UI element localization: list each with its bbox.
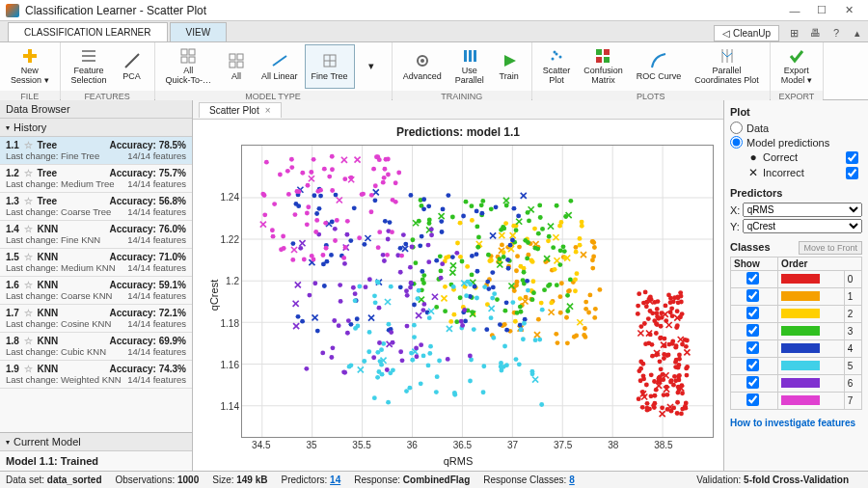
model-predictions-radio[interactable]: Model predictions — [730, 136, 862, 149]
class-show-checkbox[interactable] — [746, 359, 759, 371]
svg-point-609 — [375, 375, 380, 380]
class-row[interactable]: 2 — [731, 306, 862, 323]
response-classes-link[interactable]: 8 — [569, 474, 575, 485]
svg-point-489 — [421, 281, 426, 285]
svg-point-408 — [540, 227, 545, 231]
collapse-ribbon-icon[interactable]: ▴ — [849, 24, 866, 41]
svg-point-534 — [484, 327, 489, 332]
history-item[interactable]: 1.7 ☆ KNNAccuracy: 72.1%Last change: Cos… — [0, 305, 192, 333]
tab-view[interactable]: VIEW — [170, 22, 228, 41]
svg-point-724 — [342, 261, 347, 266]
svg-point-817 — [373, 183, 378, 188]
svg-point-791 — [292, 212, 297, 217]
svg-point-311 — [546, 238, 551, 243]
svg-point-247 — [515, 254, 520, 258]
svg-point-363 — [578, 236, 583, 241]
svg-point-538 — [352, 205, 357, 210]
help-icon[interactable]: ? — [827, 24, 845, 41]
svg-point-140 — [685, 339, 690, 343]
class-show-checkbox[interactable] — [746, 272, 759, 285]
pca-button[interactable]: PCA — [114, 44, 150, 89]
all-linear-button[interactable]: All Linear — [255, 44, 305, 89]
document-tab-scatter[interactable]: Scatter Plot× — [199, 102, 282, 118]
class-row[interactable]: 3 — [731, 323, 862, 340]
history-item[interactable]: 1.6 ☆ KNNAccuracy: 59.1%Last change: Coa… — [0, 277, 192, 305]
status-bar: Data set: data_sorted Observations: 1000… — [0, 471, 868, 488]
svg-point-346 — [574, 250, 579, 255]
svg-point-214 — [669, 306, 674, 311]
current-model-header[interactable]: ▾Current Model — [0, 433, 192, 451]
svg-point-643 — [353, 326, 358, 331]
feature-selection-button[interactable]: Feature Selection — [65, 44, 114, 89]
export-model-button[interactable]: Export Model ▾ — [774, 44, 819, 89]
history-item[interactable]: 1.4 ☆ KNNAccuracy: 76.0%Last change: Fin… — [0, 221, 192, 249]
layout-icon[interactable]: ⊞ — [785, 24, 802, 41]
parallel-coords-button[interactable]: Parallel Coordinates Plot — [688, 44, 766, 89]
class-row[interactable]: 4 — [731, 340, 862, 358]
data-radio[interactable]: Data — [730, 122, 862, 134]
svg-point-580 — [512, 206, 517, 211]
svg-point-537 — [506, 266, 511, 271]
history-item[interactable]: 1.5 ☆ KNNAccuracy: 71.0%Last change: Med… — [0, 249, 192, 277]
svg-point-434 — [475, 224, 479, 229]
svg-point-685 — [475, 296, 479, 301]
svg-point-778 — [322, 167, 327, 172]
svg-point-635 — [426, 363, 431, 367]
class-show-checkbox[interactable] — [746, 307, 759, 319]
svg-point-494 — [525, 279, 529, 284]
class-show-checkbox[interactable] — [746, 393, 759, 406]
train-button[interactable]: Train — [491, 44, 528, 89]
class-show-checkbox[interactable] — [746, 324, 759, 337]
class-show-checkbox[interactable] — [746, 341, 759, 354]
incorrect-checkbox[interactable]: ✕Incorrect — [744, 166, 862, 179]
model-dropdown[interactable]: ▾ — [355, 44, 388, 89]
class-row[interactable]: 0 — [731, 271, 862, 288]
all-button[interactable]: All — [218, 44, 255, 89]
data-browser-header: Data Browser — [0, 100, 192, 119]
svg-point-582 — [475, 209, 479, 214]
svg-point-647 — [372, 293, 377, 298]
svg-point-280 — [590, 258, 595, 262]
history-item[interactable]: 1.1 ☆ TreeAccuracy: 78.5%Last change: Fi… — [0, 137, 192, 165]
maximize-button[interactable]: ☐ — [808, 2, 835, 19]
svg-point-293 — [591, 240, 596, 245]
move-to-front-button[interactable]: Move to Front — [799, 241, 862, 255]
svg-point-454 — [504, 203, 509, 208]
confusion-matrix-button[interactable]: Confusion Matrix — [577, 44, 630, 89]
print-icon[interactable]: 🖶 — [806, 24, 824, 41]
history-item[interactable]: 1.2 ☆ TreeAccuracy: 75.7%Last change: Me… — [0, 165, 192, 193]
svg-point-797 — [320, 253, 325, 258]
class-row[interactable]: 6 — [731, 375, 862, 393]
roc-curve-button[interactable]: ROC Curve — [630, 44, 689, 89]
class-row[interactable]: 7 — [731, 393, 862, 410]
cleanup-button[interactable]: ◁ CleanUp — [714, 25, 779, 41]
svg-point-746 — [329, 355, 334, 360]
x-predictor-select[interactable]: qRMS — [743, 203, 862, 217]
correct-checkbox[interactable]: ●Correct — [744, 150, 862, 164]
svg-point-253 — [583, 326, 587, 331]
all-quick-button[interactable]: All Quick-To-… — [159, 44, 219, 89]
tab-classification-learner[interactable]: CLASSIFICATION LEARNER — [8, 22, 168, 41]
scatter-plot-button[interactable]: Scatter Plot — [536, 44, 578, 89]
minimize-button[interactable]: — — [781, 2, 808, 19]
history-header[interactable]: ▾History — [0, 119, 192, 137]
history-item[interactable]: 1.3 ☆ TreeAccuracy: 56.8%Last change: Co… — [0, 193, 192, 221]
class-row[interactable]: 1 — [731, 288, 862, 306]
advanced-button[interactable]: Advanced — [396, 44, 448, 89]
fine-tree-button[interactable]: Fine Tree — [305, 44, 355, 89]
class-show-checkbox[interactable] — [746, 376, 759, 389]
history-item[interactable]: 1.8 ☆ KNNAccuracy: 69.9%Last change: Cub… — [0, 333, 192, 361]
predictors-link[interactable]: 14 — [330, 474, 340, 485]
use-parallel-button[interactable]: Use Parallel — [448, 44, 491, 89]
new-session-button[interactable]: New Session ▾ — [4, 44, 56, 89]
how-to-investigate-link[interactable]: How to investigate features — [730, 418, 862, 428]
y-predictor-select[interactable]: qCrest — [743, 219, 862, 233]
svg-point-535 — [312, 193, 316, 198]
history-item[interactable]: 1.9 ☆ KNNAccuracy: 74.3%Last change: Wei… — [0, 361, 192, 389]
svg-point-585 — [504, 300, 509, 305]
close-button[interactable]: ✕ — [835, 2, 862, 19]
scatter-axes[interactable] — [241, 145, 714, 438]
class-show-checkbox[interactable] — [746, 289, 759, 302]
close-tab-icon[interactable]: × — [265, 105, 271, 116]
class-row[interactable]: 5 — [731, 358, 862, 375]
